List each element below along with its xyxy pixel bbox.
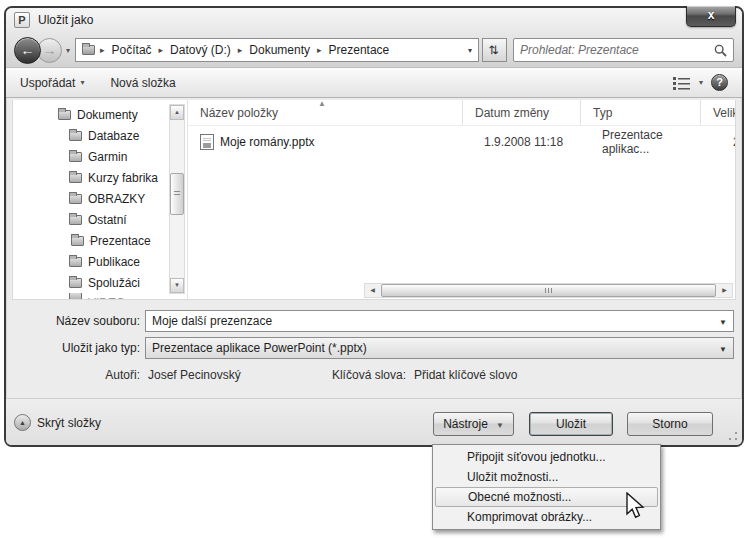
table-row[interactable]: Moje romány.pptx 1.9.2008 11:18 Prezenta… xyxy=(188,131,735,153)
tree-item-label: Dokumenty xyxy=(77,108,138,122)
menu-item-save-options[interactable]: Uložit možnosti... xyxy=(435,467,658,487)
views-chevron-icon[interactable]: ▾ xyxy=(699,78,703,87)
recent-pages-chevron-icon[interactable]: ▾ xyxy=(66,46,70,55)
sidebar-item-prezentace[interactable]: Prezentace xyxy=(13,230,169,251)
scroll-up-icon[interactable]: ▲ xyxy=(170,105,184,120)
folder-icon xyxy=(58,110,71,120)
file-name: Moje romány.pptx xyxy=(220,135,472,149)
sidebar-item-spoluzaci[interactable]: Spolužáci xyxy=(13,272,169,293)
search-placeholder: Prohledat: Prezentace xyxy=(520,43,714,57)
sidebar-item-dokumenty[interactable]: Dokumenty xyxy=(13,104,169,125)
help-button[interactable]: ? xyxy=(711,74,728,91)
hide-folders-button[interactable]: ▲ Skrýt složky xyxy=(14,414,101,431)
powerpoint-app-icon: P xyxy=(14,12,30,28)
sort-ascending-icon: ▲ xyxy=(318,100,326,108)
tools-button[interactable]: Nástroje▼ xyxy=(433,412,514,436)
filename-value: Moje další prezenzace xyxy=(152,314,272,328)
authors-label: Autoři: xyxy=(6,368,140,382)
sidebar-item-databaze[interactable]: Databaze xyxy=(13,125,169,146)
command-toolbar: Uspořádat ▾ Nová složka ▾ ? xyxy=(6,68,742,98)
search-icon xyxy=(714,44,727,57)
filename-label: Název souboru: xyxy=(6,310,140,332)
new-folder-button[interactable]: Nová složka xyxy=(110,76,175,90)
title-bar: P Uložit jako x xyxy=(6,8,742,32)
window-title: Uložit jako xyxy=(38,13,93,27)
scrollbar-thumb[interactable] xyxy=(170,173,184,215)
keywords-value[interactable]: Přidat klíčové slovo xyxy=(414,368,517,382)
folder-icon xyxy=(69,257,82,267)
mouse-cursor xyxy=(626,492,646,522)
chevron-down-icon: ▾ xyxy=(80,78,84,87)
cancel-button[interactable]: Storno xyxy=(627,412,713,436)
refresh-button[interactable]: ⇄ xyxy=(482,38,507,62)
folder-icon xyxy=(71,236,84,246)
breadcrumb-item-presentations[interactable]: Prezentace xyxy=(327,42,392,58)
filename-input[interactable]: Moje další prezenzace ▼ xyxy=(145,310,734,332)
sidebar-item-clipped[interactable]: Svatební VIDEO xyxy=(13,293,169,299)
tree-item-label: Databaze xyxy=(88,129,139,143)
hide-folders-label: Skrýt složky xyxy=(37,416,101,430)
chevron-down-icon: ▼ xyxy=(496,421,504,430)
save-as-dialog: P Uložit jako x ← → ▾ ▸ Počítač ▸ Datový… xyxy=(4,6,744,447)
sidebar-item-obrazky[interactable]: OBRAZKY xyxy=(13,188,169,209)
thumb-grip xyxy=(545,288,553,293)
metadata-row: Autoři: Josef Pecinovský Klíčová slova: … xyxy=(6,368,742,386)
organize-label: Uspořádat xyxy=(20,76,75,90)
list-horizontal-scrollbar[interactable]: ◀ ▶ xyxy=(364,283,733,298)
menu-item-general-options[interactable]: Obecné možnosti... xyxy=(435,487,658,507)
folder-icon xyxy=(69,173,82,183)
menu-item-map-network-drive[interactable]: Připojit síťovou jednotku... xyxy=(435,447,658,467)
save-button[interactable]: Uložit xyxy=(529,412,613,436)
sidebar-item-garmin[interactable]: Garmin xyxy=(13,146,169,167)
column-header-type[interactable]: Typ xyxy=(580,100,700,125)
tree-item-label: Spolužáci xyxy=(88,276,140,290)
tree-item-label: Prezentace xyxy=(90,234,151,248)
address-dropdown-icon[interactable]: ▾ xyxy=(468,46,472,55)
search-input[interactable]: Prohledat: Prezentace xyxy=(513,38,734,62)
tools-label: Nástroje xyxy=(443,417,488,431)
folder-icon xyxy=(69,293,82,299)
tree-item-label: Ostatní xyxy=(88,213,127,227)
column-header-name[interactable]: Název položky ▲ xyxy=(188,100,462,125)
views-icon[interactable] xyxy=(673,76,691,90)
breadcrumb-sep-icon: ▸ xyxy=(233,45,248,55)
tree-item-label: Publikace xyxy=(88,255,140,269)
breadcrumb-sep-icon: ▸ xyxy=(312,45,327,55)
authors-value[interactable]: Josef Pecinovský xyxy=(148,368,241,382)
filename-row: Název souboru: Moje další prezenzace ▼ xyxy=(6,310,742,332)
sidebar-item-publikace[interactable]: Publikace xyxy=(13,251,169,272)
breadcrumb-item-computer[interactable]: Počítač xyxy=(110,42,154,58)
sidebar-item-kurzy-fabrika[interactable]: Kurzy fabrika xyxy=(13,167,169,188)
address-bar: ← → ▾ ▸ Počítač ▸ Datový (D:) ▸ Dokument… xyxy=(6,34,742,66)
scroll-down-icon[interactable]: ▼ xyxy=(170,278,184,293)
close-button[interactable]: x xyxy=(686,6,736,27)
folder-icon xyxy=(69,131,82,141)
new-folder-label: Nová složka xyxy=(110,76,175,90)
column-header-date[interactable]: Datum změny xyxy=(462,100,580,125)
keywords-label: Klíčová slova: xyxy=(276,368,406,382)
breadcrumb-item-drive[interactable]: Datový (D:) xyxy=(168,42,233,58)
list-header: Název položky ▲ Datum změny Typ Velik xyxy=(188,100,735,126)
tree-item-label: Garmin xyxy=(88,150,127,164)
scrollbar-thumb[interactable] xyxy=(381,284,716,297)
folder-icon xyxy=(82,45,95,55)
filetype-select[interactable]: Prezentace aplikace PowerPoint (*.pptx) … xyxy=(145,337,734,359)
chevron-down-icon[interactable]: ▼ xyxy=(719,318,727,327)
tree-item-label: Svatební VIDEO xyxy=(88,293,169,299)
tree-item-label: OBRAZKY xyxy=(88,192,145,206)
breadcrumb-sep-icon: ▸ xyxy=(95,45,110,55)
thumb-grip xyxy=(174,191,180,197)
file-list: Název položky ▲ Datum změny Typ Velik Mo… xyxy=(187,100,735,299)
organize-button[interactable]: Uspořádat ▾ xyxy=(20,76,84,90)
breadcrumb-item-documents[interactable]: Dokumenty xyxy=(247,42,312,58)
scroll-left-icon[interactable]: ◀ xyxy=(365,284,380,297)
breadcrumb[interactable]: ▸ Počítač ▸ Datový (D:) ▸ Dokumenty ▸ Pr… xyxy=(75,38,479,62)
menu-item-compress-pictures[interactable]: Komprimovat obrázky... xyxy=(435,507,658,527)
back-button[interactable]: ← xyxy=(14,37,41,64)
sidebar-item-ostatni[interactable]: Ostatní xyxy=(13,209,169,230)
tree-scrollbar[interactable]: ▲ ▼ xyxy=(169,104,185,294)
resize-grip[interactable] xyxy=(728,431,738,441)
folder-icon xyxy=(69,215,82,225)
column-header-size[interactable]: Velik xyxy=(700,100,735,125)
scroll-right-icon[interactable]: ▶ xyxy=(717,284,732,297)
